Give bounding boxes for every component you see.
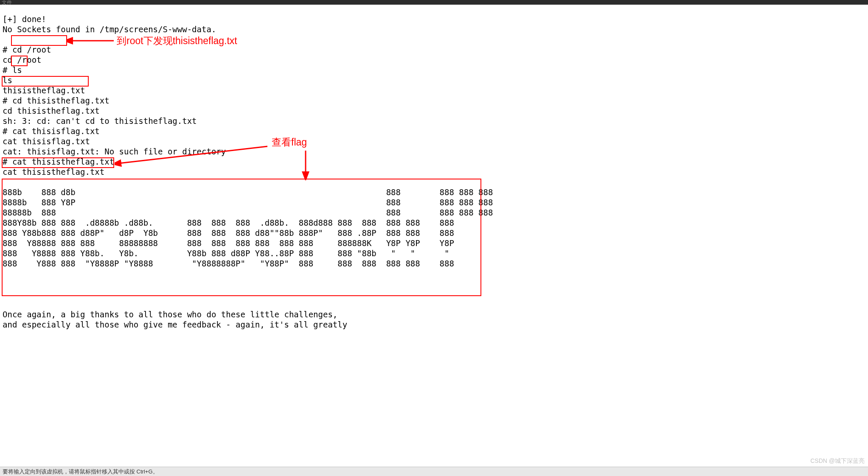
highlight-ascii-flag: [2, 179, 481, 296]
statusbar-text: 要将输入定向到该虚拟机，请将鼠标指针移入其中或按 Ctrl+G。: [3, 468, 158, 475]
term-line: and especially all those who give me fee…: [3, 320, 347, 329]
term-line: [+] done!: [3, 14, 46, 24]
term-line: sh: 3: cd: can't cd to thisistheflag.txt: [3, 116, 197, 126]
term-line: cd thisistheflag.txt: [3, 106, 100, 115]
annotation-view-flag: 查看flag: [272, 137, 307, 148]
term-line: # cd thisistheflag.txt: [3, 96, 110, 105]
term-line: cat thisistheflag.txt: [3, 167, 104, 176]
term-line: thisistheflag.txt: [3, 86, 85, 95]
term-line: cat: thisisflag.txt: No such file or dir…: [3, 147, 226, 156]
menubar-items: 文件: [2, 0, 12, 5]
term-line: # cat thisisflag.txt: [3, 126, 100, 136]
term-line: # ls: [3, 65, 22, 75]
term-line: cat thisisflag.txt: [3, 137, 90, 146]
highlight-ls: [11, 56, 28, 66]
highlight-cat-cmd: [2, 157, 114, 168]
term-line: Once again, a big thanks to all those wh…: [3, 310, 337, 319]
highlight-cd-root: [11, 35, 67, 46]
vmware-statusbar: 要将输入定向到该虚拟机，请将鼠标指针移入其中或按 Ctrl+G。: [0, 467, 868, 476]
term-line: No Sockets found in /tmp/screens/S-www-d…: [3, 25, 216, 34]
annotation-root-flag: 到root下发现thisistheflag.txt: [117, 35, 237, 46]
highlight-flagfile: [2, 76, 89, 87]
window-menubar: 文件: [0, 0, 868, 5]
watermark-csdn: CSDN @城下深蓝亮: [810, 456, 865, 466]
term-line: # cd /root: [3, 45, 51, 54]
